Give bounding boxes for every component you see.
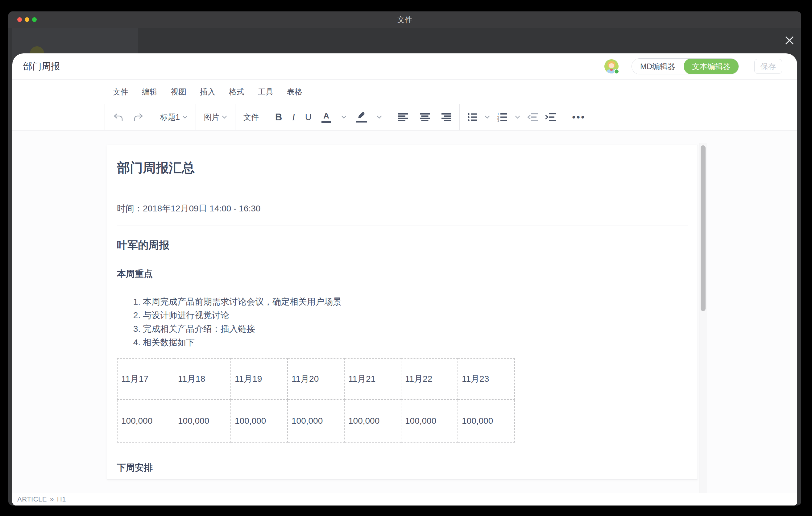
bullet-list-button[interactable] — [468, 113, 477, 121]
document-page[interactable]: 部门周报汇总 时间：2018年12月09日 14:00 - 16:30 叶军的周… — [107, 145, 698, 480]
numbered-list-button[interactable]: 1 2 3 — [497, 113, 508, 122]
close-dialog-button[interactable] — [782, 33, 796, 48]
chevron-down-icon — [182, 115, 187, 119]
statusbar: ARTICLE » H1 — [12, 493, 797, 506]
list-item[interactable]: 与设计师进行视觉讨论 — [143, 309, 688, 322]
app-window: 文件 部门周报 MD编辑器 — [8, 11, 801, 506]
menu-item[interactable]: 工具 — [255, 85, 277, 99]
svg-text:2: 2 — [497, 116, 499, 119]
doc-heading-3-next[interactable]: 下周安排 — [117, 462, 688, 474]
menubar: 文件编辑视图插入格式工具表格 — [12, 80, 797, 104]
status-element: H1 — [57, 495, 66, 503]
align-right-button[interactable] — [441, 113, 451, 121]
outdent-button[interactable] — [527, 113, 538, 121]
align-left-icon — [398, 113, 408, 121]
dialog-header: 部门周报 MD编辑器 文本编辑器 保存 — [12, 53, 797, 80]
outdent-icon — [527, 113, 538, 121]
undo-icon — [113, 113, 124, 122]
indent-button[interactable] — [546, 113, 556, 121]
underline-button[interactable]: U — [305, 112, 312, 122]
editor-mode-toggle: MD编辑器 文本编辑器 — [632, 58, 739, 75]
insert-file-button[interactable]: 文件 — [243, 112, 259, 122]
save-button[interactable]: 保存 — [754, 59, 782, 74]
list-item[interactable]: 相关数据如下 — [143, 336, 688, 349]
chevron-down-icon[interactable] — [341, 115, 346, 119]
table-cell-value[interactable]: 100,000 — [458, 400, 515, 442]
titlebar: 文件 — [8, 11, 801, 28]
table-cell-value[interactable]: 100,000 — [401, 400, 458, 442]
editor-dialog: 部门周报 MD编辑器 文本编辑器 保存 文件编辑视图插入格式工具表格 — [12, 53, 797, 506]
close-icon — [783, 34, 796, 47]
table-cell-value[interactable]: 100,000 — [174, 400, 231, 442]
toolbar: 标题1 图片 文件 — [12, 104, 797, 131]
table-cell-date[interactable]: 11月17 — [117, 358, 174, 400]
table-cell-date[interactable]: 11月20 — [288, 358, 344, 400]
font-color-button[interactable]: A — [321, 112, 331, 123]
menu-item[interactable]: 文件 — [110, 85, 132, 99]
chevron-down-icon — [222, 115, 227, 119]
doc-heading-1[interactable]: 部门周报汇总 — [117, 159, 688, 176]
scrollbar-thumb[interactable] — [701, 145, 705, 311]
md-editor-button[interactable]: MD编辑器 — [632, 59, 684, 74]
window-title: 文件 — [8, 15, 801, 25]
list-item[interactable]: 本周完成产品前期需求讨论会议，确定相关用户场景 — [143, 295, 688, 309]
table-cell-value[interactable]: 100,000 — [117, 400, 174, 442]
bold-button[interactable]: B — [275, 112, 282, 123]
numbered-list-icon: 1 2 3 — [497, 113, 508, 122]
svg-text:1: 1 — [497, 113, 499, 116]
align-left-button[interactable] — [398, 113, 408, 121]
heading-style-dropdown[interactable]: 标题1 — [160, 112, 187, 122]
doc-ordered-list: 本周完成产品前期需求讨论会议，确定相关用户场景与设计师进行视觉讨论完成相关产品介… — [117, 295, 688, 349]
table-cell-date[interactable]: 11月23 — [458, 358, 515, 400]
table-cell-value[interactable]: 100,000 — [231, 400, 288, 442]
highlight-color-button[interactable] — [356, 112, 367, 122]
align-center-icon — [420, 113, 430, 121]
table-cell-date[interactable]: 11月19 — [231, 358, 288, 400]
doc-data-table: 11月1711月1811月1911月2011月2111月2211月23 100,… — [117, 358, 515, 442]
horizontal-rule — [117, 192, 688, 192]
menu-item[interactable]: 表格 — [284, 85, 306, 99]
doc-heading-3-week[interactable]: 本周重点 — [117, 268, 688, 280]
chevron-down-icon[interactable] — [485, 115, 490, 119]
indent-icon — [546, 113, 556, 121]
table-cell-value[interactable]: 100,000 — [344, 400, 401, 442]
table-row-values: 100,000100,000100,000100,000100,000100,0… — [117, 400, 515, 442]
scrollbar-track[interactable] — [699, 143, 707, 493]
editor-content-area: 部门周报汇总 时间：2018年12月09日 14:00 - 16:30 叶军的周… — [12, 131, 797, 493]
redo-icon — [133, 113, 144, 122]
table-cell-value[interactable]: 100,000 — [288, 400, 344, 442]
menu-item[interactable]: 插入 — [197, 85, 219, 99]
user-avatar[interactable] — [604, 59, 618, 74]
status-separator: » — [50, 495, 54, 503]
insert-image-dropdown[interactable]: 图片 — [204, 112, 227, 122]
menu-item[interactable]: 格式 — [226, 85, 248, 99]
highlighter-icon — [357, 112, 366, 119]
svg-text:3: 3 — [497, 119, 499, 122]
table-cell-date[interactable]: 11月18 — [174, 358, 231, 400]
doc-time-line[interactable]: 时间：2018年12月09日 14:00 - 16:30 — [117, 203, 688, 214]
align-right-icon — [441, 113, 451, 121]
status-section: ARTICLE — [17, 495, 47, 503]
chevron-down-icon[interactable] — [515, 115, 520, 119]
horizontal-rule — [117, 226, 688, 226]
redo-button[interactable] — [133, 113, 144, 122]
align-center-button[interactable] — [420, 113, 430, 121]
italic-button[interactable]: I — [292, 112, 295, 123]
table-cell-date[interactable]: 11月21 — [344, 358, 401, 400]
doc-heading-2[interactable]: 叶军的周报 — [117, 238, 688, 253]
menu-item[interactable]: 编辑 — [139, 85, 161, 99]
list-item[interactable]: 完成相关产品介绍：插入链接 — [143, 322, 688, 336]
document-title: 部门周报 — [23, 60, 60, 73]
undo-button[interactable] — [113, 113, 124, 122]
more-tools-button[interactable]: ••• — [572, 112, 586, 122]
table-cell-date[interactable]: 11月22 — [401, 358, 458, 400]
online-status-dot — [614, 69, 619, 74]
text-editor-button[interactable]: 文本编辑器 — [684, 58, 739, 75]
chevron-down-icon[interactable] — [377, 115, 382, 119]
table-row-dates: 11月1711月1811月1911月2011月2111月2211月23 — [117, 358, 515, 400]
menu-item[interactable]: 视图 — [168, 85, 190, 99]
bullet-list-icon — [468, 113, 477, 121]
